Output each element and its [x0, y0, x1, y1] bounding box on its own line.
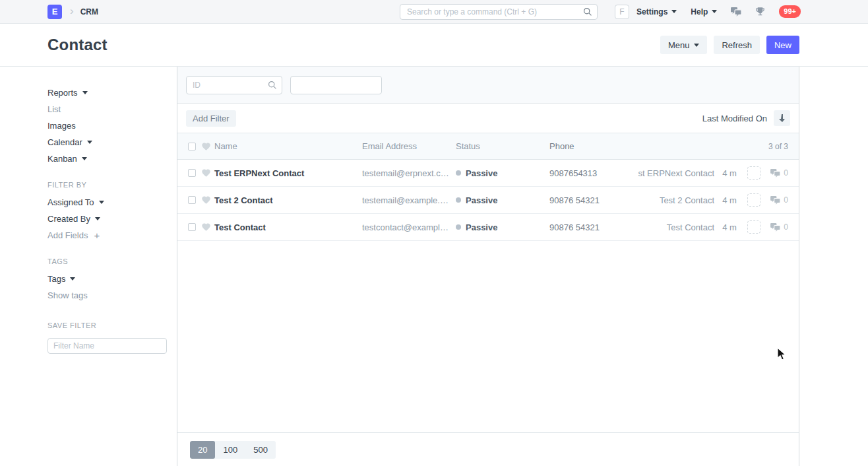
- sidebar-tags[interactable]: Tags: [47, 274, 167, 283]
- chevron-down-icon: [82, 157, 87, 160]
- sidebar-item-images[interactable]: Images: [47, 121, 167, 130]
- modified-by: Test 2 Contact: [615, 195, 714, 205]
- list-area: Add Filter Last Modified On Name Email A…: [177, 67, 799, 466]
- standard-filter-section: [177, 67, 799, 104]
- row-checkbox[interactable]: [188, 169, 201, 177]
- chevron-down-icon: [70, 277, 75, 281]
- select-all-checkbox[interactable]: [188, 143, 201, 150]
- column-header-name[interactable]: Name: [214, 141, 362, 151]
- list-header-row: Name Email Address Status Phone 3 of 3: [177, 133, 799, 160]
- arrow-down-icon: [779, 114, 786, 122]
- heart-icon[interactable]: [201, 222, 214, 232]
- list-sidebar: Reports List Images Calendar Kanban FILT…: [0, 67, 177, 466]
- contact-email: testcontact@example.com: [362, 222, 456, 232]
- page-length-100[interactable]: 100: [215, 441, 245, 459]
- id-filter[interactable]: [186, 76, 282, 94]
- contact-email: testemail@example.com: [362, 195, 456, 205]
- sidebar-item-kanban[interactable]: Kanban: [47, 154, 167, 163]
- contact-status: Passive: [456, 195, 549, 205]
- table-row[interactable]: Test Contact testcontact@example.com Pas…: [177, 214, 799, 241]
- liked-filter-heart-icon[interactable]: [201, 142, 214, 151]
- filter-name-input[interactable]: [47, 338, 167, 354]
- table-row[interactable]: Test ERPNext Contact testemail@erpnext.c…: [177, 160, 799, 187]
- list-count: 3 of 3: [768, 142, 788, 151]
- chevron-down-icon: [95, 217, 100, 220]
- chat-icon[interactable]: [731, 7, 741, 17]
- page-length-20[interactable]: 20: [190, 441, 215, 459]
- page-length-500[interactable]: 500: [245, 441, 276, 459]
- tags-label: TAGS: [47, 257, 167, 265]
- sort-field-label[interactable]: Last Modified On: [702, 114, 767, 123]
- contact-name-link[interactable]: Test Contact: [214, 222, 362, 232]
- modified-by: Test Contact: [615, 222, 714, 232]
- chevron-down-icon: [99, 201, 104, 204]
- contact-phone: 90876 54321: [549, 195, 615, 205]
- global-search[interactable]: [400, 4, 598, 20]
- modified-time: 4 m: [714, 222, 745, 232]
- user-avatar[interactable]: F: [615, 5, 629, 19]
- page-length-selector: 20 100 500: [177, 432, 799, 466]
- trophy-icon[interactable]: [755, 7, 765, 17]
- search-icon: [583, 7, 592, 17]
- column-header-phone[interactable]: Phone: [549, 141, 768, 151]
- mouse-cursor: [777, 347, 787, 361]
- secondary-filter[interactable]: [290, 76, 382, 94]
- column-header-email[interactable]: Email Address: [362, 141, 456, 151]
- sidebar-assigned-to[interactable]: Assigned To: [47, 197, 167, 207]
- modified-by: st ERPNext Contact: [615, 168, 714, 178]
- chevron-down-icon: [87, 141, 92, 144]
- status-dot: [456, 197, 461, 203]
- sidebar-add-fields[interactable]: Add Fields+: [47, 230, 167, 240]
- chevron-down-icon: [712, 10, 717, 13]
- sidebar-created-by[interactable]: Created By: [47, 214, 167, 223]
- plus-icon: +: [94, 230, 100, 241]
- page-head: Contact Menu Refresh New: [0, 24, 868, 67]
- app-logo[interactable]: E: [47, 5, 62, 19]
- comment-icon: [770, 223, 780, 232]
- search-icon: [268, 81, 277, 90]
- help-menu[interactable]: Help: [691, 7, 717, 17]
- add-filter-button[interactable]: Add Filter: [186, 110, 236, 127]
- heart-icon[interactable]: [201, 168, 214, 178]
- menu-button[interactable]: Menu: [660, 36, 708, 54]
- sidebar-show-tags[interactable]: Show tags: [47, 290, 167, 300]
- contact-status: Passive: [456, 168, 549, 178]
- page-title: Contact: [47, 36, 108, 54]
- heart-icon[interactable]: [201, 195, 214, 205]
- assign-button[interactable]: [745, 166, 763, 180]
- modified-time: 4 m: [714, 168, 745, 178]
- filter-by-label: FILTER BY: [47, 181, 167, 189]
- notification-badge[interactable]: 99+: [779, 5, 801, 18]
- column-header-status[interactable]: Status: [456, 141, 549, 151]
- refresh-button[interactable]: Refresh: [714, 36, 760, 54]
- contact-status: Passive: [456, 222, 549, 232]
- sidebar-item-reports[interactable]: Reports: [47, 88, 167, 97]
- navbar: E › CRM F Settings Help 99+: [0, 0, 868, 24]
- sort-direction-button[interactable]: [774, 110, 790, 126]
- comment-icon: [770, 196, 780, 205]
- contact-phone: 9087654313: [549, 168, 615, 178]
- row-checkbox[interactable]: [188, 196, 201, 204]
- comment-icon: [770, 169, 780, 178]
- chevron-down-icon: [671, 10, 677, 13]
- contact-email: testemail@erpnext.com: [362, 168, 456, 178]
- modified-time: 4 m: [714, 195, 745, 205]
- assign-button[interactable]: [745, 220, 763, 234]
- row-checkbox[interactable]: [188, 223, 201, 231]
- global-search-input[interactable]: [400, 4, 598, 20]
- contact-name-link[interactable]: Test 2 Contact: [214, 195, 362, 205]
- chevron-down-icon: [82, 91, 88, 94]
- new-button[interactable]: New: [766, 36, 799, 54]
- status-dot: [456, 224, 461, 230]
- assign-button[interactable]: [745, 193, 763, 207]
- secondary-filter-input[interactable]: [290, 76, 382, 94]
- status-dot: [456, 170, 461, 176]
- comment-count: 0: [763, 222, 788, 232]
- comment-count: 0: [763, 195, 788, 205]
- sidebar-item-calendar[interactable]: Calendar: [47, 137, 167, 147]
- settings-menu[interactable]: Settings: [636, 7, 677, 17]
- sidebar-item-list[interactable]: List: [47, 104, 167, 114]
- table-row[interactable]: Test 2 Contact testemail@example.com Pas…: [177, 187, 799, 214]
- contact-name-link[interactable]: Test ERPNext Contact: [214, 168, 362, 178]
- breadcrumb[interactable]: CRM: [80, 7, 98, 17]
